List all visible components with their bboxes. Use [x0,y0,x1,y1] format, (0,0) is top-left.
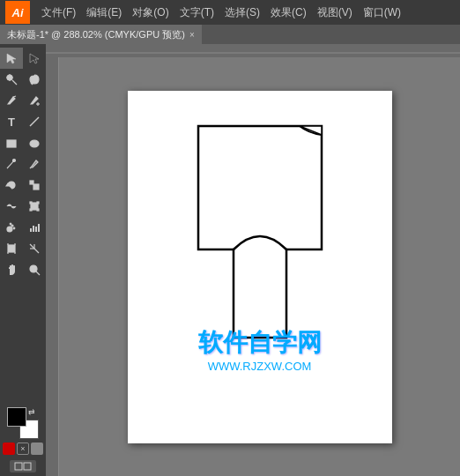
tool-row-wand [0,69,46,90]
canvas-inner: 软件自学网 WWW.RJZXW.COM [46,57,460,476]
svg-rect-30 [30,228,32,232]
svg-point-15 [13,160,16,162]
slice-tool[interactable] [23,238,46,259]
fill-color-indicator[interactable] [3,443,15,455]
svg-rect-34 [8,245,15,252]
tab-close-button[interactable]: × [189,30,195,40]
magic-wand-tool[interactable] [0,69,23,90]
svg-rect-13 [7,140,16,147]
svg-marker-0 [7,54,16,63]
add-anchor-tool[interactable] [23,90,46,111]
vertical-ruler [46,57,59,476]
svg-rect-48 [46,44,460,57]
svg-rect-22 [30,202,32,204]
color-mode-button[interactable] [31,443,43,455]
line-tool[interactable] [23,111,46,132]
selection-tool[interactable] [0,48,23,69]
tab-bar: 未标题-1* @ 288.02% (CMYK/GPU 预览) × [0,25,460,44]
screen-mode-button[interactable] [10,460,36,472]
ai-logo: Ai [5,1,30,24]
svg-line-43 [36,271,40,275]
stroke-fill-none-row: × [3,443,43,455]
active-tab[interactable]: 未标题-1* @ 288.02% (CMYK/GPU 预览) × [0,25,202,44]
menu-file[interactable]: 文件(F) [37,4,80,22]
symbol-sprayer-tool[interactable] [0,217,23,238]
tab-label: 未标题-1* @ 288.02% (CMYK/GPU 预览) [7,28,185,41]
artboard-tool[interactable] [0,238,23,259]
paintbrush-tool[interactable] [0,153,23,175]
svg-rect-33 [38,224,40,232]
svg-line-2 [12,80,17,85]
svg-rect-46 [15,463,22,470]
menu-view[interactable]: 视图(V) [313,4,357,22]
scale-tool[interactable] [23,175,46,196]
svg-rect-47 [24,463,31,470]
foreground-color-box[interactable] [7,407,26,427]
swap-colors-button[interactable]: ⇄ [28,407,39,418]
toolbar: T [0,44,46,476]
tool-row-brush [0,153,46,175]
svg-line-9 [13,96,16,97]
title-bar: Ai 文件(F) 编辑(E) 对象(O) 文字(T) 选择(S) 效果(C) 视… [0,0,460,25]
tool-row-type: T [0,111,46,132]
svg-line-16 [30,167,31,168]
svg-point-29 [10,223,11,225]
zoom-tool[interactable] [23,259,46,280]
svg-rect-25 [37,209,39,211]
artboard: 软件自学网 WWW.RJZXW.COM [128,91,392,443]
svg-rect-31 [33,226,34,232]
menu-bar: 文件(F) 编辑(E) 对象(O) 文字(T) 选择(S) 效果(C) 视图(V… [37,4,455,22]
menu-object[interactable]: 对象(O) [128,4,173,22]
tool-row-artboard [0,238,46,259]
color-section: ⇄ × [3,407,43,476]
tool-row-pen [0,90,46,111]
svg-point-27 [11,225,13,227]
tool-row-shapes [0,132,46,153]
svg-point-26 [7,227,12,232]
menu-effect[interactable]: 效果(C) [266,4,311,22]
horizontal-ruler [46,44,460,57]
svg-marker-1 [30,54,39,63]
tool-row-warp [0,196,46,217]
lasso-tool[interactable] [23,69,46,90]
free-transform-tool[interactable] [23,196,46,217]
no-fill-button[interactable]: × [17,443,29,455]
main-area: T [0,44,460,476]
svg-rect-32 [35,227,37,232]
pen-tool[interactable] [0,90,23,111]
rectangle-tool[interactable] [0,132,23,153]
svg-rect-24 [30,209,32,211]
menu-window[interactable]: 窗口(W) [359,4,405,22]
canvas-background[interactable]: 软件自学网 WWW.RJZXW.COM [59,57,460,476]
tool-row-selection [0,48,46,69]
watermark-sub-text: WWW.RJZXW.COM [198,360,322,373]
direct-selection-tool[interactable] [23,48,46,69]
color-boxes: ⇄ [7,407,39,439]
column-graph-tool[interactable] [23,217,46,238]
tool-row-symbol [0,217,46,238]
svg-point-14 [30,140,39,147]
pants-illustration [172,117,348,350]
svg-rect-18 [33,184,39,190]
rotate-tool[interactable] [0,175,23,196]
pencil-tool[interactable] [23,153,46,175]
menu-select[interactable]: 选择(S) [220,4,264,22]
menu-type[interactable]: 文字(T) [175,4,219,22]
svg-point-28 [13,227,15,229]
warp-tool[interactable] [0,196,23,217]
svg-point-3 [7,75,12,80]
menu-edit[interactable]: 编辑(E) [82,4,126,22]
tool-row-navigate [0,259,46,280]
svg-line-12 [30,117,39,126]
svg-rect-23 [37,202,39,204]
ellipse-tool[interactable] [23,132,46,153]
tool-row-transform [0,175,46,196]
type-tool[interactable]: T [0,111,23,132]
hand-tool[interactable] [0,259,23,280]
canvas-area: 软件自学网 WWW.RJZXW.COM [46,44,460,476]
